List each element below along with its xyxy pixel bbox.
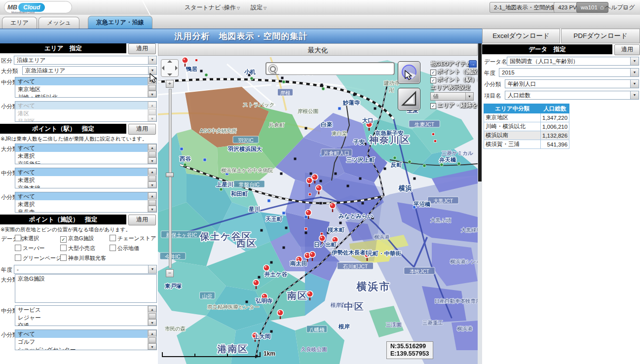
facility-year-select[interactable]: -▼ bbox=[14, 265, 157, 274]
zoom-track[interactable] bbox=[169, 89, 172, 268]
table-row[interactable]: 横浜以南1,132,826 bbox=[484, 131, 569, 140]
list-item[interactable]: 未選択 bbox=[15, 176, 148, 184]
scrollbar[interactable]: ▲▼ bbox=[148, 168, 156, 188]
area-chu-listbox[interactable]: すべて東京地区川崎・横浜以北▲▼ bbox=[15, 77, 157, 98]
scrollbar[interactable]: ▲▼ bbox=[148, 306, 156, 326]
list-item[interactable]: すべて bbox=[15, 192, 148, 200]
checkbox-7[interactable]: グリーンページ bbox=[15, 253, 60, 263]
facility-chu-listbox[interactable]: サービスレジャー交通▲▼ bbox=[15, 305, 157, 326]
tab-mesh[interactable]: メッシュ bbox=[38, 17, 79, 29]
checkbox-4[interactable]: スーパー bbox=[15, 243, 60, 253]
area-apply-button[interactable]: 適用 bbox=[128, 43, 156, 54]
checkbox-icon[interactable] bbox=[15, 255, 21, 261]
station-sho-listbox[interactable]: すべて未選択泉岳寺▲▼ bbox=[15, 192, 157, 213]
map-search-box[interactable] bbox=[265, 62, 395, 75]
station-dai-listbox[interactable]: すべて未選択京浜急行▲▼ bbox=[15, 144, 157, 164]
data-name-select[interactable]: 国勢調査（人口1_年齢別）▼ bbox=[507, 57, 639, 66]
item-name-select[interactable]: 人口総数▼ bbox=[505, 91, 639, 100]
facility-dai-listbox[interactable]: 京急G施設 bbox=[15, 274, 157, 303]
list-item[interactable]: すべて bbox=[15, 168, 148, 176]
map-canvas[interactable]: 鴨居小机新横浜岸根妙蓮寺岸根公園ストラパック白楽東白楽神奈川区片倉町AGC中央研… bbox=[158, 56, 478, 364]
checkbox-2[interactable]: ✓京急G施設 bbox=[60, 233, 110, 243]
checkbox-3[interactable]: チェーンストア bbox=[110, 233, 157, 243]
list-item[interactable]: 京浜急行 bbox=[15, 160, 148, 164]
facility-apply-button[interactable]: 適用 bbox=[128, 215, 156, 225]
checkbox-8[interactable]: 神奈川県観光客 bbox=[60, 253, 110, 263]
logout-button[interactable]: ログアウト bbox=[620, 0, 640, 15]
checkbox-icon[interactable] bbox=[60, 245, 67, 251]
year-select[interactable]: 2015▼ bbox=[499, 68, 639, 77]
zoom-in-button[interactable]: + bbox=[166, 80, 174, 88]
dropdown-arrow-icon[interactable]: ▼ bbox=[630, 69, 639, 76]
pdf-download-button[interactable]: PDFダウンロード bbox=[561, 29, 640, 43]
table-row[interactable]: 川崎・横浜以北1,006,210 bbox=[484, 122, 569, 131]
list-item[interactable]: 川崎・横浜以北 bbox=[15, 93, 148, 97]
facility-toggle-row[interactable]: ✓ポイント（施設）表示切替 bbox=[430, 68, 478, 75]
dropdown-arrow-icon[interactable]: ▼ bbox=[630, 57, 639, 65]
menu-settings[interactable]: 設定▽ bbox=[248, 0, 269, 15]
menu-operation[interactable]: 操作▽ bbox=[221, 0, 243, 15]
dropdown-arrow-icon[interactable]: ▼ bbox=[630, 91, 639, 99]
scrollbar[interactable]: ▲▼ bbox=[148, 192, 156, 212]
list-item[interactable]: 泉岳寺 bbox=[15, 208, 148, 212]
list-item[interactable]: 交通 bbox=[15, 322, 148, 326]
checkbox-checked-icon[interactable]: ✓ bbox=[430, 103, 436, 109]
checkbox-6[interactable]: 公示地価 bbox=[110, 243, 157, 253]
list-item[interactable]: ショッピングセンター bbox=[15, 346, 148, 350]
station-chu-listbox[interactable]: すべて未選択京急本線▲▼ bbox=[15, 168, 157, 188]
checkbox-icon[interactable] bbox=[15, 245, 21, 251]
list-item[interactable]: 東京地区 bbox=[15, 85, 148, 93]
facility-sho-listbox[interactable]: すべてゴルフショッピングセンター▲▼ bbox=[15, 329, 157, 350]
checkbox-icon[interactable] bbox=[60, 255, 67, 261]
map-pan-compass[interactable] bbox=[161, 59, 179, 77]
checkbox-icon[interactable] bbox=[110, 235, 116, 241]
checkbox-checked-icon[interactable]: ✓ bbox=[430, 77, 436, 83]
checkbox-5[interactable]: 大型小売店 bbox=[60, 243, 110, 253]
list-item[interactable]: 京急G施設 bbox=[15, 275, 156, 283]
list-item[interactable]: 京急本線 bbox=[15, 184, 148, 188]
scrollbar[interactable]: ▲▼ bbox=[148, 330, 156, 350]
checkbox-icon[interactable] bbox=[110, 245, 116, 251]
checkbox-checked-icon[interactable]: ✓ bbox=[60, 236, 67, 243]
dropdown-arrow-icon[interactable]: ▼ bbox=[465, 93, 473, 100]
list-item[interactable]: サービス bbox=[15, 306, 148, 314]
dropdown-arrow-icon[interactable]: ▼ bbox=[148, 265, 156, 273]
scrollbar[interactable]: ▲▼ bbox=[148, 77, 156, 97]
map-zoom-slider[interactable]: + − bbox=[166, 80, 174, 277]
zoom-handle[interactable] bbox=[166, 173, 174, 177]
table-row[interactable]: 東京地区1,347,220 bbox=[484, 113, 569, 122]
checkbox-icon[interactable] bbox=[15, 235, 21, 241]
route-toggle-row[interactable]: ✓エリア・経路を表示 bbox=[430, 102, 478, 109]
list-item[interactable]: すべて bbox=[15, 144, 148, 152]
list-item[interactable]: 未選択 bbox=[15, 200, 148, 208]
list-item[interactable]: 未選択 bbox=[15, 152, 148, 160]
dropdown-arrow-icon[interactable]: ▼ bbox=[148, 67, 156, 74]
list-item[interactable]: すべて bbox=[15, 330, 148, 338]
dropdown-arrow-icon[interactable]: ▼ bbox=[148, 56, 156, 64]
tab-area[interactable]: エリア bbox=[2, 17, 37, 29]
checkbox-checked-icon[interactable]: ✓ bbox=[430, 70, 436, 75]
area-sho-listbox[interactable]: すべて港区品川区▲▼ bbox=[15, 101, 157, 122]
area-value-select[interactable]: 値▼ bbox=[430, 92, 474, 101]
subclass-select[interactable]: 年齢別人口▼ bbox=[505, 79, 639, 88]
zoom-out-button[interactable]: − bbox=[166, 269, 174, 277]
tab-keikyu-ensen[interactable]: 京急エリア・沿線 bbox=[88, 16, 152, 29]
scrollbar[interactable]: ▲▼ bbox=[148, 102, 156, 121]
measure-tool-button[interactable] bbox=[398, 88, 420, 110]
panel-divider[interactable] bbox=[478, 43, 482, 182]
list-item[interactable]: すべて bbox=[15, 77, 148, 85]
circle-select-tool-button[interactable] bbox=[398, 61, 420, 84]
expand-arrow-icon[interactable]: → bbox=[469, 60, 477, 68]
excel-download-button[interactable]: Excelダウンロード bbox=[482, 29, 560, 43]
maximize-button[interactable]: 最大化 bbox=[158, 43, 478, 56]
station-apply-button[interactable]: 適用 bbox=[128, 124, 156, 135]
dropdown-arrow-icon[interactable]: ▼ bbox=[630, 80, 639, 88]
checkbox-1[interactable]: 未選択 bbox=[15, 233, 60, 243]
kubun-select[interactable]: 沿線エリア▼ bbox=[14, 56, 157, 65]
list-item[interactable]: ゴルフ bbox=[15, 338, 148, 346]
area-dai-select[interactable]: 京急沿線エリア▼ bbox=[22, 66, 157, 75]
station-toggle-row[interactable]: ✓ポイント（駅）表示切替 bbox=[430, 76, 478, 83]
table-row[interactable]: 横須賀・三浦541,396 bbox=[484, 140, 569, 149]
data-apply-button[interactable]: 適用 bbox=[614, 44, 640, 55]
scrollbar[interactable]: ▲▼ bbox=[148, 144, 156, 164]
